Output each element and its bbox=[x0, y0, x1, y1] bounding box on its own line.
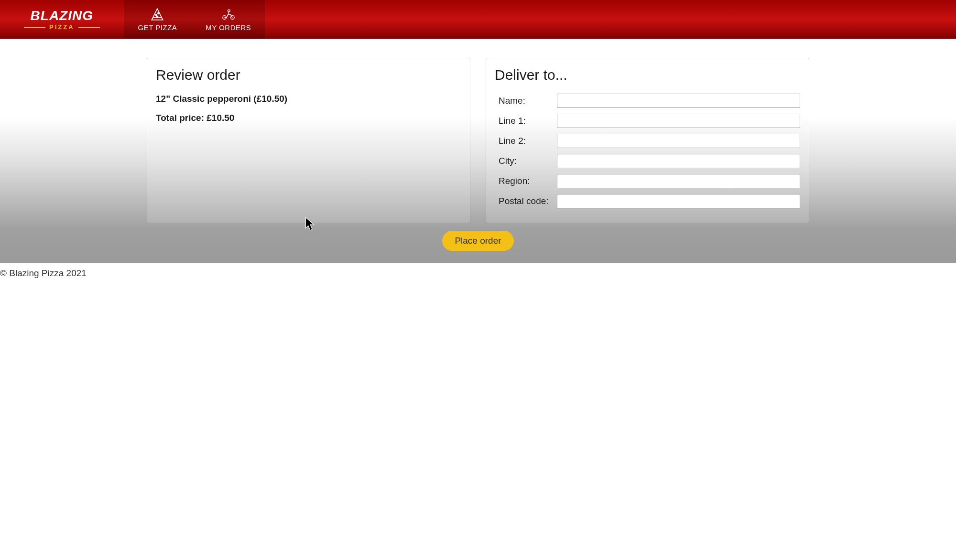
input-region[interactable] bbox=[557, 174, 800, 188]
field-postal: Postal code: bbox=[495, 194, 800, 208]
label-line1: Line 1: bbox=[495, 116, 557, 126]
svg-point-1 bbox=[158, 12, 159, 14]
main-nav: GET PIZZA MY ORDERS bbox=[124, 0, 266, 39]
delivery-panel: Deliver to... Name: Line 1: Line 2: City… bbox=[486, 58, 809, 223]
label-name: Name: bbox=[495, 96, 557, 106]
nav-my-orders-label: MY ORDERS bbox=[206, 23, 251, 32]
svg-point-5 bbox=[228, 10, 230, 12]
review-order-panel: Review order 12" Classic pepperoni (£10.… bbox=[147, 58, 470, 223]
field-region: Region: bbox=[495, 174, 800, 188]
order-line-item: 12" Classic pepperoni (£10.50) bbox=[156, 94, 461, 104]
field-line2: Line 2: bbox=[495, 134, 800, 148]
input-name[interactable] bbox=[557, 94, 800, 108]
input-line1[interactable] bbox=[557, 114, 800, 128]
page-footer: © Blazing Pizza 2021 bbox=[0, 263, 956, 279]
action-bar: Place order bbox=[11, 223, 945, 263]
copyright-text: © Blazing Pizza 2021 bbox=[0, 268, 87, 278]
nav-get-pizza[interactable]: GET PIZZA bbox=[124, 0, 192, 39]
brand-logo[interactable]: BLAZING PIZZA bbox=[0, 0, 124, 39]
brand-name-top: BLAZING bbox=[31, 8, 93, 23]
field-line1: Line 1: bbox=[495, 114, 800, 128]
brand-name-bottom: PIZZA bbox=[24, 23, 100, 31]
label-line2: Line 2: bbox=[495, 136, 557, 146]
input-postal[interactable] bbox=[557, 194, 800, 208]
nav-get-pizza-label: GET PIZZA bbox=[138, 23, 177, 32]
app-header: BLAZING PIZZA GET PIZZA bbox=[0, 0, 956, 39]
checkout-main: Review order 12" Classic pepperoni (£10.… bbox=[0, 39, 956, 263]
delivery-title: Deliver to... bbox=[495, 67, 800, 83]
place-order-button[interactable]: Place order bbox=[442, 231, 513, 251]
label-region: Region: bbox=[495, 176, 557, 186]
review-order-title: Review order bbox=[156, 67, 461, 83]
label-city: City: bbox=[495, 156, 557, 166]
field-city: City: bbox=[495, 154, 800, 168]
nav-my-orders[interactable]: MY ORDERS bbox=[191, 0, 265, 39]
scooter-icon bbox=[221, 7, 236, 22]
order-total: Total price: £10.50 bbox=[156, 113, 461, 123]
field-name: Name: bbox=[495, 94, 800, 108]
pizza-slice-icon bbox=[150, 7, 164, 22]
svg-point-2 bbox=[157, 16, 158, 17]
svg-point-0 bbox=[156, 14, 157, 16]
input-line2[interactable] bbox=[557, 134, 800, 148]
label-postal: Postal code: bbox=[495, 196, 557, 206]
input-city[interactable] bbox=[557, 154, 800, 168]
